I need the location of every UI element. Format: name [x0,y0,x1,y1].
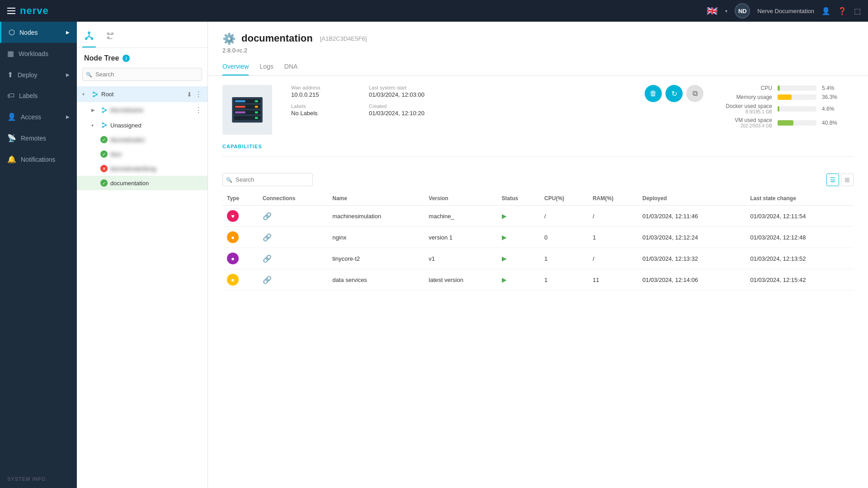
node-search [77,66,208,86]
sidebar-item-label-workloads: Workloads [19,50,48,57]
tree-row-gc2[interactable]: ✓ blurr [77,147,208,161]
row3-conn-icon[interactable]: 🔗 [263,276,272,284]
sidebar-item-workloads[interactable]: ▦ Workloads [0,43,77,64]
tree-row-gc3[interactable]: ✕ blurrednode3long [77,161,208,176]
tree-row-root[interactable]: ▾ Root ⬇ ⋮ [77,86,208,102]
tab-node-list[interactable] [103,27,117,47]
workloads-header-row: Type Connections Name Version Status CPU… [222,192,854,206]
device-id: [A1B2C3D4E5F6] [320,35,367,42]
action-buttons: 🗑 ↻ ⧉ [645,85,703,102]
tree-row-gc1[interactable]: ✓ blurrednode1 [77,132,208,147]
svg-line-24 [104,123,105,125]
avatar[interactable]: ND [735,3,750,19]
workloads-search-input[interactable] [222,173,313,186]
node-search-input[interactable] [82,68,202,81]
tree-row-child-blurred[interactable]: ▶ blurredname ⋮ [77,102,208,118]
tree-row-unassigned[interactable]: ▾ Unassigned [77,118,208,132]
access-arrow-icon: ▶ [66,114,70,119]
device-icon: ⚙️ [222,33,236,45]
table-row[interactable]: ● 🔗 data services latest version ▶ 1 11 … [222,269,854,291]
node-tree-info-icon[interactable]: i [123,55,130,62]
cpu-value: 5.4% [822,85,854,91]
row1-play-icon[interactable]: ▶ [502,234,507,241]
child-more-icon[interactable]: ⋮ [195,106,202,114]
row3-play-icon[interactable]: ▶ [502,276,507,283]
row0-play-icon[interactable]: ▶ [502,212,507,220]
overview-content: Wan address 10.0.0.215 Labels No Labels … [208,76,868,173]
metric-row-docker: Docker used space 8.9/195.1 GB 4.6% [718,103,854,114]
main-layout: ⬡ Nodes ▶ ▦ Workloads ⬆ Deploy ▶ 🏷 Label… [0,22,868,488]
sidebar: ⬡ Nodes ▶ ▦ Workloads ⬆ Deploy ▶ 🏷 Label… [0,22,77,488]
row1-type: ● [222,227,258,248]
last-start-value: 01/03/2024, 12:03:00 [369,91,432,98]
list-view-toggle[interactable]: ☰ [826,174,839,186]
row1-conn-icon[interactable]: 🔗 [263,234,272,241]
documentation-label: documentation [110,180,202,187]
svg-point-11 [93,92,94,93]
topnav: nerve 🇬🇧 ▾ ND Nerve Documentation 👤 ❓ ⬚ [0,0,868,22]
memory-bar-wrap [778,94,816,100]
svg-line-4 [86,37,89,38]
row2-name: tinycore-t2 [328,248,424,269]
row0-cpu: / [540,206,588,227]
table-row[interactable]: ● 🔗 tinycore-t2 v1 ▶ 1 / 01/03/2024, 12:… [222,248,854,269]
hamburger-menu[interactable] [7,8,15,14]
sidebar-item-access[interactable]: 👤 Access ▶ [0,106,77,127]
metric-row-vm: VM used space 202.2/503.4 GB 40.8% [718,117,854,128]
svg-line-5 [89,37,92,38]
row2-play-icon[interactable]: ▶ [502,255,507,262]
row1-deployed: 01/03/2024, 12:12:24 [638,227,745,248]
system-info-link[interactable]: SYSTEM INFO [0,470,77,488]
sidebar-item-deploy[interactable]: ⬆ Deploy ▶ [0,64,77,85]
capabilities-label[interactable]: CAPABILITIES [222,144,854,149]
restart-button[interactable]: ↻ [665,85,683,102]
sidebar-item-nodes[interactable]: ⬡ Nodes ▶ [0,22,77,43]
metric-row-memory: Memory usage 36.3% [718,94,854,100]
language-flag[interactable]: 🇬🇧 [707,5,718,16]
user-icon[interactable]: 👤 [821,7,830,15]
row0-deployed: 01/03/2024, 12:11:46 [638,206,745,227]
root-download-icon[interactable]: ⬇ [187,91,192,98]
row0-version: machine_ [424,206,497,227]
nodes-arrow-icon: ▶ [66,30,70,35]
tab-dna[interactable]: DNA [284,59,298,75]
tab-node-tree[interactable] [82,27,96,47]
root-label: Root [101,91,184,98]
help-icon[interactable]: ❓ [838,7,847,15]
row0-conn-icon[interactable]: 🔗 [263,212,272,220]
more-button[interactable]: ⧉ [686,85,703,102]
tab-logs[interactable]: Logs [259,59,273,75]
tab-overview[interactable]: Overview [222,59,249,75]
language-chevron-icon[interactable]: ▾ [725,9,727,14]
row2-last-change: 01/03/2024, 12:13:52 [745,248,854,269]
logout-icon[interactable]: ⬚ [854,7,861,15]
col-name: Name [328,192,424,206]
metrics-panel: CPU 5.4% Memory usage [718,85,854,128]
delete-button[interactable]: 🗑 [645,85,662,102]
table-row[interactable]: ♥ 🔗 machinesimulation machine_ ▶ / / 01/… [222,206,854,227]
row2-type: ● [222,248,258,269]
root-more-icon[interactable]: ⋮ [195,90,202,99]
sidebar-item-remotes[interactable]: 📡 Remotes [0,127,77,149]
cpu-label: CPU [718,85,772,91]
svg-point-22 [105,125,107,126]
sidebar-item-notifications[interactable]: 🔔 Notifications [0,149,77,170]
row2-version: v1 [424,248,497,269]
gc2-status-icon: ✓ [100,150,108,158]
detail-panel: ⚙️ documentation [A1B2C3D4E5F6] 2.8.0-rc… [208,22,868,488]
labels-wrap: Labels No Labels [291,103,354,117]
row0-last-change: 01/03/2024, 12:11:54 [745,206,854,227]
docker-sub: 8.9/195.1 GB [718,109,772,114]
tree-row-documentation[interactable]: ✓ documentation [77,176,208,190]
access-icon: 👤 [7,113,16,121]
topnav-right: 🇬🇧 ▾ ND Nerve Documentation 👤 ❓ ⬚ [707,3,861,19]
table-row[interactable]: ● 🔗 nginx version 1 ▶ 0 1 01/03/2024, 12… [222,227,854,248]
doc-link[interactable]: Nerve Documentation [757,8,814,14]
sidebar-item-labels[interactable]: 🏷 Labels [0,85,77,106]
grid-view-toggle[interactable]: ⊞ [841,174,854,186]
device-name: documentation [241,33,313,44]
docker-value: 4.6% [822,106,854,112]
sidebar-item-label-deploy: Deploy [18,71,38,79]
view-toggles: ☰ ⊞ [826,174,854,186]
row2-conn-icon[interactable]: 🔗 [263,255,272,263]
